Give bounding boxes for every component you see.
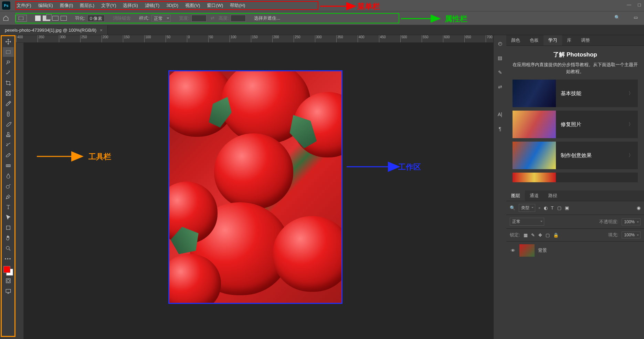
- tab-channels[interactable]: 通道: [525, 191, 543, 201]
- screenmode-tool[interactable]: [3, 286, 14, 296]
- filter-type-icon[interactable]: T: [551, 205, 554, 210]
- gradient-tool[interactable]: [3, 161, 14, 171]
- lasso-tool[interactable]: [3, 58, 14, 67]
- adjust-panel-icon[interactable]: ⇄: [496, 83, 504, 91]
- paragraph-panel-icon[interactable]: ¶: [496, 125, 504, 133]
- shape-tool[interactable]: [3, 223, 14, 233]
- brush-tool[interactable]: [3, 120, 14, 129]
- lock-brush-icon[interactable]: ✎: [531, 233, 535, 238]
- canvas-background[interactable]: [24, 43, 493, 339]
- history-brush-tool[interactable]: [3, 140, 14, 150]
- search-icon[interactable]: 🔍: [614, 15, 620, 20]
- style-select[interactable]: 正常: [151, 15, 171, 22]
- selection-subtract-icon[interactable]: [52, 16, 59, 21]
- frame-tool[interactable]: [3, 89, 14, 98]
- brush-panel-icon[interactable]: ✎: [496, 68, 504, 76]
- lock-all-icon[interactable]: 🔒: [553, 233, 559, 238]
- lock-move-icon[interactable]: ✥: [538, 233, 542, 238]
- select-and-mask-button[interactable]: 选择并遮住...: [254, 15, 280, 21]
- tab-swatches[interactable]: 色板: [525, 35, 543, 45]
- layer-name[interactable]: 背景: [538, 247, 547, 254]
- chevron-right-icon: 〉: [629, 121, 638, 127]
- selection-add-icon[interactable]: [43, 16, 50, 21]
- filter-toggle-icon[interactable]: ◉: [637, 205, 641, 210]
- tab-layers[interactable]: 图层: [506, 191, 525, 201]
- edit-toolbar[interactable]: •••: [3, 254, 14, 264]
- opacity-input[interactable]: 100%: [622, 218, 641, 225]
- blend-mode-select[interactable]: 正常: [510, 218, 544, 226]
- menu-window[interactable]: 窗口(W): [203, 0, 226, 11]
- width-input: [191, 15, 207, 22]
- tab-color[interactable]: 颜色: [506, 35, 525, 45]
- layer-kind-select[interactable]: 类型: [519, 204, 535, 212]
- menu-filter[interactable]: 滤镜(T): [141, 0, 163, 11]
- tab-learn[interactable]: 学习: [543, 35, 562, 45]
- learn-item-basics[interactable]: 基本技能 〉: [513, 80, 638, 107]
- history-panel-icon[interactable]: ◴: [496, 39, 504, 48]
- learn-item-label: 制作创意效果: [561, 152, 624, 159]
- menu-select[interactable]: 选择(S): [119, 0, 141, 11]
- menu-view[interactable]: 视图(V): [182, 0, 203, 11]
- hand-tool[interactable]: [3, 233, 14, 243]
- maximize-icon[interactable]: ◻: [637, 2, 641, 7]
- crop-tool[interactable]: [3, 78, 14, 88]
- menu-type[interactable]: 文字(Y): [98, 0, 119, 11]
- tab-libraries[interactable]: 库: [562, 35, 576, 45]
- dodge-tool[interactable]: [3, 182, 14, 191]
- home-icon[interactable]: [2, 14, 10, 22]
- filter-shape-icon[interactable]: ▢: [557, 205, 561, 210]
- selection-new-icon[interactable]: [35, 16, 41, 21]
- swap-icon: ⇄: [211, 16, 214, 21]
- menu-edit[interactable]: 编辑(E): [35, 0, 56, 11]
- healing-tool[interactable]: [3, 109, 14, 119]
- menu-image[interactable]: 图像(I): [56, 0, 76, 11]
- type-tool[interactable]: [3, 202, 14, 212]
- fg-color-swatch[interactable]: [3, 266, 10, 273]
- feather-input[interactable]: 0 像素: [87, 15, 105, 22]
- filter-pixel-icon[interactable]: ▫: [539, 205, 540, 210]
- filter-adjust-icon[interactable]: ◐: [544, 205, 548, 210]
- document-tab[interactable]: pexels-photo-4739934[1].jpg @ 100%(RGB/8…: [0, 25, 108, 35]
- menu-layer[interactable]: 图层(L): [76, 0, 98, 11]
- filter-smart-icon[interactable]: ▣: [565, 205, 569, 210]
- layer-thumbnail[interactable]: [519, 244, 535, 257]
- learn-item-label: 基本技能: [561, 90, 624, 97]
- path-select-tool[interactable]: [3, 213, 14, 222]
- menu-help[interactable]: 帮助(H): [226, 0, 249, 11]
- fill-input[interactable]: 100%: [622, 232, 641, 238]
- quickmask-tool[interactable]: [3, 276, 14, 286]
- visibility-icon[interactable]: 👁: [510, 247, 516, 254]
- layer-row[interactable]: 👁 背景: [506, 241, 644, 259]
- optbar-label: 属性栏: [445, 14, 467, 24]
- marquee-preset[interactable]: [15, 15, 27, 22]
- learn-item-partial[interactable]: [513, 173, 638, 182]
- close-icon[interactable]: ×: [100, 28, 103, 33]
- pen-tool[interactable]: [3, 192, 14, 202]
- tab-adjustments[interactable]: 调整: [576, 35, 595, 45]
- svg-rect-7: [6, 226, 10, 230]
- zoom-tool[interactable]: [3, 244, 14, 253]
- marquee-tool[interactable]: [3, 47, 14, 57]
- move-tool[interactable]: [3, 37, 14, 47]
- stamp-tool[interactable]: [3, 130, 14, 140]
- lock-label: 锁定:: [510, 232, 520, 238]
- lock-artboard-icon[interactable]: ▢: [546, 233, 550, 238]
- lock-pixel-icon[interactable]: ▦: [524, 233, 528, 238]
- tab-paths[interactable]: 路径: [543, 191, 562, 201]
- magic-wand-tool[interactable]: [3, 68, 14, 78]
- menu-3d[interactable]: 3D(D): [163, 0, 182, 11]
- document-image[interactable]: [168, 70, 342, 304]
- blur-tool[interactable]: [3, 171, 14, 181]
- learn-item-creative[interactable]: 制作创意效果 〉: [513, 142, 638, 169]
- minimize-icon[interactable]: —: [627, 2, 631, 7]
- character-panel-icon[interactable]: A|: [496, 110, 504, 119]
- learn-item-retouch[interactable]: 修复照片 〉: [513, 111, 638, 138]
- color-swatches[interactable]: [3, 266, 13, 276]
- menu-file[interactable]: 文件(F): [13, 0, 35, 11]
- eraser-tool[interactable]: [3, 151, 14, 160]
- selection-intersect-icon[interactable]: [61, 16, 67, 21]
- properties-panel-icon[interactable]: ▤: [496, 54, 504, 62]
- workspace-icon[interactable]: ▭: [634, 15, 638, 20]
- search-icon[interactable]: 🔍: [510, 205, 515, 210]
- eyedropper-tool[interactable]: [3, 99, 14, 109]
